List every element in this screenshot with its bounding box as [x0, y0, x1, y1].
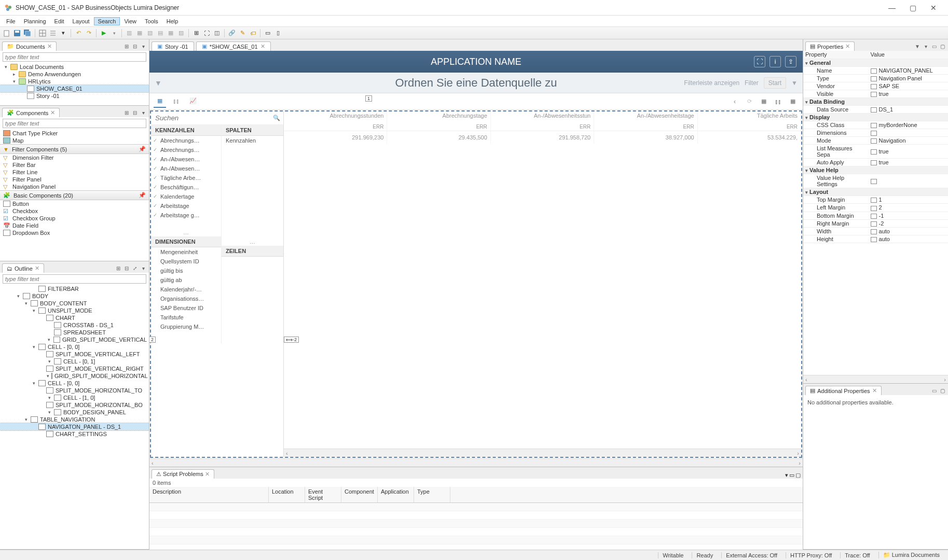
property-value[interactable]: auto	[869, 235, 948, 243]
component-item[interactable]: ☑Checkbox Group	[0, 215, 149, 222]
box2-icon[interactable]: ▯	[273, 29, 283, 38]
align-center-icon[interactable]: ▦	[135, 29, 144, 38]
outline-node[interactable]: ▾BODY_CONTENT	[0, 300, 149, 307]
outline-node[interactable]: ▾TABLE_NAVIGATION	[0, 416, 149, 423]
property-value[interactable]: -1	[869, 212, 948, 219]
horizontal-scrollbar[interactable]: ‹›	[284, 449, 801, 457]
center-icon[interactable]: ◫	[212, 29, 222, 38]
component-item[interactable]: ▽Dimension Filter	[0, 154, 149, 161]
property-value[interactable]: myBorderNone	[869, 121, 948, 129]
filterbar-toggle[interactable]: Filterleiste anzeigen	[684, 79, 739, 87]
component-item[interactable]: ▽Filter Bar	[0, 161, 149, 169]
menu-icon[interactable]: ▾	[922, 44, 929, 51]
properties-tab[interactable]: ▤Properties✕	[805, 41, 855, 51]
save-all-icon[interactable]	[23, 29, 32, 38]
property-value[interactable]: true	[869, 159, 948, 166]
menu-layout[interactable]: Layout	[68, 17, 94, 25]
components-filter-input[interactable]	[3, 119, 146, 128]
editor-tab-showcase[interactable]: ▣*SHOW_CASE_01✕	[196, 41, 271, 51]
minimize-icon[interactable]: ▭	[930, 388, 938, 395]
status-lumira[interactable]: 📁 Lumira Documents	[878, 552, 944, 558]
close-button[interactable]: ✕	[923, 1, 944, 15]
tree-item-selected[interactable]: SHOW_CASE_01	[0, 85, 149, 92]
problems-column[interactable]: Component	[341, 487, 378, 502]
menu-view[interactable]: View	[120, 17, 141, 25]
script-problems-tab[interactable]: ⚠ Script Problems ✕	[152, 469, 214, 479]
tree-item[interactable]: ▾HRLytics	[0, 78, 149, 85]
share-icon[interactable]: ⇪	[785, 56, 796, 67]
basic-components-header[interactable]: 🧩Basic Components (20)📌	[0, 190, 149, 200]
close-tab-icon[interactable]: ✕	[205, 471, 210, 477]
outline-node[interactable]: ▾UNSPLIT_MODE	[0, 307, 149, 314]
search-icon[interactable]: 🔍	[273, 115, 280, 121]
property-group[interactable]: ▾ Data Binding	[803, 97, 948, 105]
menu-edit[interactable]: Edit	[50, 17, 68, 25]
align-top-icon[interactable]: ▤	[156, 29, 165, 38]
dropdown-icon[interactable]: ▾	[59, 29, 68, 38]
dimension-item[interactable]: Mengeneinheit	[151, 247, 221, 257]
minimize-icon[interactable]: ▭	[789, 472, 794, 479]
canvas-scrollbar[interactable]: ‹›	[149, 458, 803, 467]
dimension-item[interactable]: gültig bis	[151, 266, 221, 275]
measure-item[interactable]: ✓Abrechnungs…	[151, 136, 221, 145]
new-icon[interactable]	[2, 29, 11, 38]
outline-node[interactable]: CHART	[0, 314, 149, 321]
close-tab-icon[interactable]: ✕	[47, 43, 52, 50]
outline-node[interactable]: SPLIT_MODE_VERTICAL_RIGHT	[0, 365, 149, 372]
start-button[interactable]: Start	[764, 77, 786, 89]
property-value[interactable]: -2	[869, 219, 948, 227]
chart-icon[interactable]: ⫿⫿	[773, 96, 784, 107]
component-item[interactable]: Button	[0, 200, 149, 207]
close-tab-icon[interactable]: ✕	[845, 43, 850, 50]
menu-icon[interactable]: ▾	[140, 44, 147, 51]
maximize-icon[interactable]: ▢	[939, 44, 946, 51]
outline-node[interactable]: ▾CELL - [0, 1]	[0, 358, 149, 365]
outline-node[interactable]: ▾CELL - [0, 0]	[0, 380, 149, 387]
box1-icon[interactable]: ▭	[263, 29, 272, 38]
menu-icon[interactable]: ▾	[140, 265, 147, 273]
property-value[interactable]: Navigation Panel	[869, 74, 948, 82]
measure-item[interactable]: ✓An-/Abwesen…	[151, 155, 221, 164]
maximize-icon[interactable]: ▢	[939, 388, 946, 395]
link-icon[interactable]: 🔗	[227, 29, 237, 38]
grid-icon[interactable]	[38, 29, 47, 38]
outline-node[interactable]: ▾GRID_SPLIT_MODE_VERTICAL	[0, 336, 149, 343]
tree-item[interactable]: ▸Demo Anwendungen	[0, 71, 149, 78]
dimension-item[interactable]: Kalenderjahr/-…	[151, 285, 221, 294]
close-tab-icon[interactable]: ✕	[872, 387, 877, 394]
outline-node[interactable]: ▾BODY_DESIGN_PANEL	[0, 409, 149, 416]
pin-icon[interactable]: 📌	[139, 192, 146, 199]
line-chart-icon[interactable]: 📈	[187, 95, 199, 108]
nav-search-input[interactable]	[154, 114, 273, 122]
measure-item[interactable]: ✓Abrechnungs…	[151, 145, 221, 155]
collapse-left-icon[interactable]: ‹	[730, 96, 739, 107]
collapse-icon[interactable]: ⊟	[131, 110, 139, 117]
property-value[interactable]	[869, 129, 948, 137]
additional-properties-tab[interactable]: ▤Additional Properties✕	[805, 386, 882, 395]
outline-node[interactable]: CROSSTAB - DS_1	[0, 321, 149, 329]
menu-search[interactable]: Search	[94, 17, 120, 25]
scroll-left-icon[interactable]: ‹	[152, 460, 154, 466]
dimension-item[interactable]: Gruppierung M…	[151, 322, 221, 331]
components-tab[interactable]: 🧩Components✕	[2, 108, 60, 117]
outline-node[interactable]: ▾CELL - [0, 0]	[0, 343, 149, 351]
problems-column[interactable]: Description	[149, 487, 269, 502]
undo-icon[interactable]: ↶	[74, 29, 83, 38]
align-bottom-icon[interactable]: ▨	[176, 29, 186, 38]
maximize-button[interactable]: ▢	[902, 1, 923, 15]
measure-item[interactable]: ✓Arbeitstage	[151, 201, 221, 211]
minimize-button[interactable]: —	[882, 1, 902, 15]
dimension-item[interactable]: Quellsystem ID	[151, 257, 221, 266]
collapse-icon[interactable]: ⊟	[123, 265, 130, 273]
property-value[interactable]: NAVIGATON_PANEL	[869, 66, 948, 74]
dimension-item[interactable]: Organisationss…	[151, 294, 221, 303]
component-item[interactable]: Map	[0, 137, 149, 144]
problems-column[interactable]: Location	[269, 487, 305, 502]
outline-node[interactable]: ▾CELL - [1, 0]	[0, 394, 149, 401]
problems-column[interactable]: Event Script	[305, 487, 341, 502]
fit-icon[interactable]: ⛶	[202, 29, 211, 38]
dimension-item[interactable]: Tarifstufe	[151, 313, 221, 322]
outline-node[interactable]: FILTERBAR	[0, 285, 149, 292]
outline-node[interactable]: SPLIT_MODE_HORIZONTAL_TO	[0, 387, 149, 394]
property-group[interactable]: ▾ Display	[803, 113, 948, 121]
